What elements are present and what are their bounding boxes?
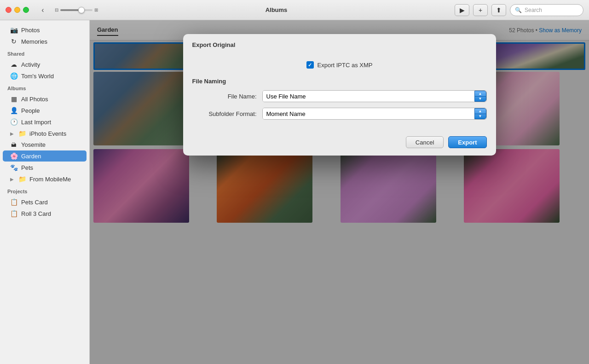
subfolder-label: Subfolder Format:: [192, 110, 257, 117]
stepper-down-icon[interactable]: ▼: [475, 114, 486, 119]
sidebar-item-yosemite[interactable]: 🏔 Yosemite: [3, 139, 87, 150]
sidebar-item-all-photos[interactable]: ▦ All Photos: [3, 93, 87, 104]
dialog-title: Export Original: [183, 34, 496, 52]
window-title: Albums: [102, 6, 451, 13]
maximize-button[interactable]: [23, 7, 29, 13]
stepper-up-icon[interactable]: ▲: [475, 91, 486, 97]
search-placeholder: Search: [525, 7, 542, 13]
export-dialog: Export Original ✓ Export IPTC as XMP Fil…: [183, 34, 496, 156]
subfolder-row: Subfolder Format: Moment Name ▲ ▼: [192, 108, 487, 120]
sidebar-section-shared: Shared: [0, 47, 89, 58]
memories-icon: ↻: [10, 38, 17, 45]
people-icon: 👤: [10, 107, 17, 114]
garden-icon: 🌸: [10, 152, 17, 160]
sidebar-item-label: People: [21, 107, 40, 114]
cancel-button[interactable]: Cancel: [406, 136, 444, 148]
sidebar-item-label: Photos: [21, 27, 40, 34]
traffic-lights: [6, 7, 29, 13]
subfolder-stepper[interactable]: ▲ ▼: [474, 108, 486, 119]
checkmark-icon: ✓: [308, 62, 312, 68]
sidebar-item-roll-3-card[interactable]: 📋 Roll 3 Card: [3, 208, 87, 219]
sidebar-item-label: All Photos: [21, 96, 48, 103]
last-import-icon: 🕐: [10, 118, 17, 126]
dialog-body: ✓ Export IPTC as XMP File Naming File Na…: [183, 52, 496, 133]
sidebar-item-photos[interactable]: 📷 Photos: [3, 24, 87, 35]
dialog-overlay: Export Original ✓ Export IPTC as XMP Fil…: [90, 20, 589, 364]
add-button[interactable]: +: [473, 4, 488, 16]
sidebar-item-label: Pets Card: [21, 199, 48, 206]
sidebar-item-people[interactable]: 👤 People: [3, 105, 87, 116]
sidebar-item-label: Yosemite: [21, 141, 46, 148]
search-box[interactable]: 🔍 Search: [510, 4, 583, 16]
subfolder-value: Moment Name: [263, 108, 474, 119]
file-name-row: File Name: Use File Name ▲ ▼: [192, 90, 487, 102]
sidebar-item-label: Last Import: [21, 119, 51, 126]
sidebar-item-label: From MobileMe: [29, 176, 71, 183]
play-button[interactable]: ▶: [455, 4, 469, 16]
expand-arrow-icon: ▶: [10, 131, 14, 136]
sidebar-item-pets-card[interactable]: 📋 Pets Card: [3, 196, 87, 208]
sidebar-item-activity[interactable]: ☁ Activity: [3, 59, 87, 70]
sidebar-item-label: Memories: [21, 38, 47, 45]
iphoto-events-icon: 📁: [18, 130, 26, 137]
file-naming-section: File Naming File Name: Use File Name ▲ ▼: [192, 78, 487, 120]
sidebar-section-albums: Albums: [0, 82, 89, 93]
zoom-out-icon: ⊟: [55, 7, 58, 12]
sidebar-item-label: iPhoto Events: [29, 130, 66, 137]
subfolder-select[interactable]: Moment Name ▲ ▼: [262, 108, 487, 120]
sidebar-item-toms-world[interactable]: 🌐 Tom's World: [3, 70, 87, 81]
sidebar-item-iphoto-events[interactable]: ▶ 📁 iPhoto Events: [3, 128, 87, 139]
all-photos-icon: ▦: [10, 95, 17, 103]
sidebar-item-garden[interactable]: 🌸 Garden: [3, 150, 87, 162]
sidebar-item-from-mobileme[interactable]: ▶ 📁 From MobileMe: [3, 173, 87, 185]
dialog-footer: Cancel Export: [183, 133, 496, 156]
back-button[interactable]: ‹: [36, 6, 49, 15]
stepper-up-icon[interactable]: ▲: [475, 109, 486, 114]
checkbox-row: ✓ Export IPTC as XMP: [192, 56, 487, 74]
sidebar-item-label: Activity: [21, 61, 40, 68]
sidebar-item-label: Pets: [21, 164, 33, 171]
file-naming-header: File Naming: [192, 78, 487, 85]
file-name-value: Use File Name: [263, 91, 474, 102]
pets-icon: 🐾: [10, 164, 17, 171]
toolbar-right: ▶ + ⬆ 🔍 Search: [455, 4, 583, 16]
sidebar-section-projects: Projects: [0, 185, 89, 196]
zoom-thumb[interactable]: [78, 7, 85, 13]
share-button[interactable]: ⬆: [491, 4, 506, 16]
sidebar-item-label: Garden: [21, 153, 41, 160]
file-name-select[interactable]: Use File Name ▲ ▼: [262, 90, 487, 102]
export-iptc-label: Export IPTC as XMP: [318, 62, 373, 69]
activity-icon: ☁: [10, 61, 17, 68]
close-button[interactable]: [6, 7, 12, 13]
search-icon: 🔍: [515, 7, 522, 13]
export-iptc-checkbox[interactable]: ✓: [306, 61, 314, 69]
sidebar-item-label: Roll 3 Card: [21, 210, 51, 217]
zoom-slider-container: ⊟ ⊞: [55, 7, 98, 12]
toms-world-icon: 🌐: [10, 72, 17, 80]
minimize-button[interactable]: [14, 7, 20, 13]
zoom-in-icon: ⊞: [94, 7, 98, 12]
sidebar-item-last-import[interactable]: 🕐 Last Import: [3, 116, 87, 127]
photos-icon: 📷: [10, 26, 17, 34]
content-area: Garden 52 Photos • Show as Memory: [90, 20, 589, 364]
stepper-down-icon[interactable]: ▼: [475, 97, 486, 102]
zoom-slider[interactable]: [60, 9, 92, 11]
pets-card-icon: 📋: [10, 198, 17, 206]
yosemite-icon: 🏔: [10, 142, 17, 148]
file-name-stepper[interactable]: ▲ ▼: [474, 91, 486, 102]
sidebar-item-pets[interactable]: 🐾 Pets: [3, 162, 87, 173]
roll-3-card-icon: 📋: [10, 210, 17, 217]
export-button[interactable]: Export: [448, 136, 486, 148]
sidebar-item-label: Tom's World: [21, 73, 54, 80]
sidebar: 📷 Photos ↻ Memories Shared ☁ Activity 🌐 …: [0, 20, 90, 364]
file-name-label: File Name:: [192, 93, 257, 100]
sidebar-item-memories[interactable]: ↻ Memories: [3, 36, 87, 47]
expand-arrow-icon: ▶: [10, 177, 14, 182]
title-bar: ‹ ⊟ ⊞ Albums ▶ + ⬆ 🔍 Search: [0, 0, 589, 20]
from-mobileme-icon: 📁: [18, 175, 26, 183]
main-layout: 📷 Photos ↻ Memories Shared ☁ Activity 🌐 …: [0, 20, 589, 364]
